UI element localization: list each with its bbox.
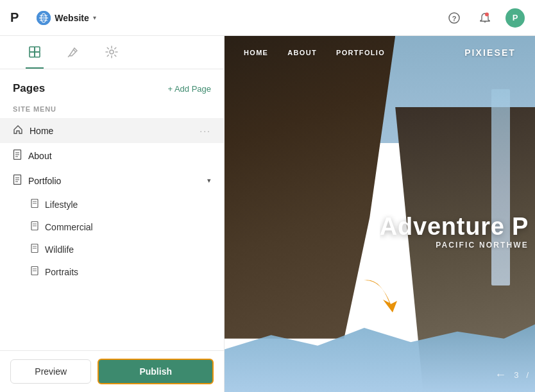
page-icon-portfolio	[13, 175, 22, 187]
sidebar: Pages + Add Page SITE MENU Home ···	[0, 36, 225, 392]
subpage-icon-commercial	[31, 221, 38, 232]
subpage-item-lifestyle[interactable]: Lifestyle	[0, 193, 224, 216]
top-bar-actions: ? P	[444, 8, 525, 28]
publish-button[interactable]: Publish	[98, 359, 214, 384]
preview-pagination: ← 3 /	[495, 368, 529, 382]
pages-header: Pages + Add Page	[0, 82, 224, 105]
subpage-wildlife-label: Wildlife	[45, 244, 74, 255]
site-menu-label: SITE MENU	[0, 105, 224, 118]
subpage-portraits-label: Portraits	[45, 267, 78, 277]
chevron-down-icon: ▾	[93, 14, 96, 21]
tab-pages[interactable]	[26, 36, 44, 69]
help-button[interactable]: ?	[444, 8, 464, 28]
tab-style[interactable]	[64, 36, 82, 69]
hero-subtitle: PACIFIC NORTHWE	[380, 241, 529, 250]
sidebar-footer: Preview Publish	[0, 350, 224, 392]
page-current: 3	[514, 370, 518, 380]
sidebar-body: Pages + Add Page SITE MENU Home ···	[0, 69, 224, 350]
svg-line-11	[68, 56, 69, 57]
svg-rect-7	[35, 47, 40, 52]
page-home-label: Home	[30, 126, 193, 136]
subpage-lifestyle-label: Lifestyle	[45, 200, 78, 210]
svg-rect-8	[30, 52, 35, 57]
svg-point-12	[110, 50, 114, 54]
preview-area: HOME ABOUT PORTFOLIO PIXIESET Adventure …	[225, 36, 535, 392]
sidebar-tabs	[0, 36, 224, 69]
arrow-svg	[351, 268, 409, 325]
page-separator: /	[526, 370, 529, 380]
subpage-item-wildlife[interactable]: Wildlife	[0, 238, 224, 260]
page-portfolio-label: Portfolio	[28, 176, 198, 186]
nav-link-home: HOME	[244, 49, 268, 56]
hero-text: Adventure P PACIFIC NORTHWE	[380, 213, 535, 250]
nav-link-about: ABOUT	[287, 49, 317, 56]
top-bar: P Website ▾ ? P	[0, 0, 535, 36]
brand-logo: PIXIESET	[464, 47, 516, 58]
hero-title: Adventure P	[380, 213, 529, 241]
subpage-commercial-label: Commercial	[45, 222, 93, 232]
avatar[interactable]: P	[505, 8, 525, 28]
svg-rect-9	[35, 52, 40, 57]
home-icon	[13, 124, 23, 137]
page-item-portfolio[interactable]: Portfolio ▾	[0, 168, 224, 193]
site-name-label: Website	[55, 13, 89, 23]
prev-arrow-icon[interactable]: ←	[495, 368, 506, 382]
subpage-icon-portraits	[31, 266, 38, 277]
site-icon	[37, 11, 51, 25]
waterfall	[491, 89, 510, 285]
pages-title: Pages	[13, 82, 45, 95]
page-about-label: About	[28, 151, 211, 161]
preview-nav: HOME ABOUT PORTFOLIO PIXIESET	[225, 36, 535, 69]
subpage-icon-lifestyle	[31, 199, 38, 210]
svg-text:?: ?	[452, 14, 457, 22]
subpage-icon-wildlife	[31, 244, 38, 255]
arrow-annotation	[351, 268, 409, 328]
chevron-down-icon: ▾	[207, 176, 211, 185]
page-item-home[interactable]: Home ···	[0, 118, 224, 143]
svg-line-10	[73, 49, 76, 52]
subpage-item-portraits[interactable]: Portraits	[0, 260, 224, 283]
website-dropdown[interactable]: Website ▾	[31, 8, 101, 28]
main-content: Pages + Add Page SITE MENU Home ···	[0, 36, 535, 392]
page-icon-about	[13, 149, 22, 162]
subpage-item-commercial[interactable]: Commercial	[0, 216, 224, 238]
page-item-about[interactable]: About	[0, 143, 224, 168]
preview-button[interactable]: Preview	[10, 359, 91, 384]
app-logo: P	[10, 10, 19, 25]
svg-point-5	[485, 12, 489, 16]
svg-rect-6	[30, 47, 35, 52]
page-more-icon[interactable]: ···	[200, 126, 211, 136]
nav-link-portfolio: PORTFOLIO	[336, 49, 385, 56]
add-page-button[interactable]: + Add Page	[167, 84, 211, 94]
tab-settings[interactable]	[103, 36, 121, 69]
notifications-button[interactable]	[475, 8, 495, 28]
